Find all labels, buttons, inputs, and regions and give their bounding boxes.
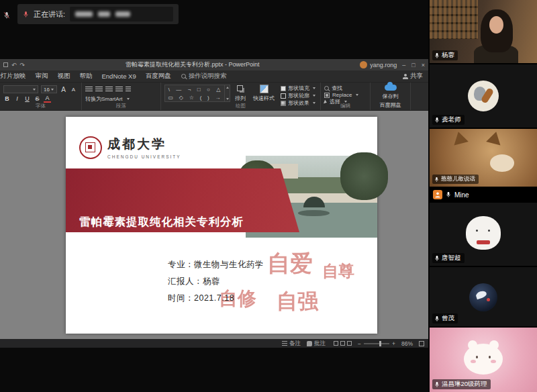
notes-button[interactable]: 备注 (282, 340, 301, 348)
quick-access-toolbar[interactable]: ↶↷ (3, 62, 25, 68)
arrange-button[interactable]: 排列 (232, 85, 248, 102)
slide-editor-canvas[interactable]: 成都大学 CHENGDU UNIVERSITY 雷帕霉素提取纯化相关专利分析 (0, 111, 428, 339)
shape-fill-button[interactable]: 形状填充 (281, 85, 315, 92)
ribbon: 16 A A B I U S A 字体 (0, 83, 428, 111)
info-presenter: 汇报人：杨蓉 (168, 273, 264, 290)
tab-endnote[interactable]: EndNote X9 (97, 72, 141, 80)
replace-button[interactable]: Replace (324, 92, 367, 98)
undo-icon[interactable]: ↶ (11, 62, 17, 68)
shrink-font-button[interactable]: A (70, 87, 77, 93)
tab-help[interactable]: 帮助 (75, 72, 97, 81)
participants-sidebar: 杨蓉 龚老师 憨憨儿敢说话 Mine (430, 0, 537, 392)
university-name-en: CHENGDU UNIVERSITY (107, 154, 181, 159)
save-icon[interactable] (3, 62, 8, 67)
grow-font-button[interactable]: A (60, 86, 67, 93)
self-participant-row[interactable]: Mine (430, 188, 537, 201)
quick-styles-icon (260, 85, 268, 93)
participant-name-tag: 温昌琳20级药理 (432, 379, 491, 389)
participant-avatar (469, 283, 497, 311)
group-label-drawing: 绘图 (161, 103, 320, 109)
close-icon[interactable]: × (422, 62, 425, 68)
quick-styles-button[interactable]: 快速样式 (250, 85, 277, 102)
strikethrough-button[interactable]: S (34, 95, 41, 102)
participant-tile-avatar[interactable]: 龚老师 (430, 64, 537, 128)
smartart-button[interactable]: 转换为SmartArt (85, 95, 123, 103)
shapes-gallery[interactable]: \—¬□○△ ▭◇☆()→ (164, 85, 230, 102)
tab-slideshow[interactable]: 幻灯片放映 (0, 72, 31, 81)
speaking-mic-icon (23, 8, 29, 20)
muted-mic-icon (3, 9, 10, 21)
slide-sorter-icon (340, 341, 345, 346)
shape-outline-icon (281, 93, 286, 99)
underline-button[interactable]: U (23, 95, 31, 102)
zoom-percentage: 86% (401, 340, 413, 347)
self-avatar-icon (433, 190, 442, 199)
tab-view[interactable]: 视图 (53, 72, 75, 81)
ribbon-group-editing: 查找 Replace 选择 编辑 (321, 83, 371, 110)
account-avatar (360, 61, 367, 68)
participant-tile-video[interactable]: 杨蓉 (430, 0, 537, 63)
group-label-font: 字体 (0, 103, 81, 109)
screen-share-area: 正在讲话: ↶↷ 雷帕霉素提取纯化相关专利分析.pptx - PowerPoin… (0, 0, 428, 392)
participant-tile-avatar[interactable]: 唐智超 (430, 203, 537, 266)
ppt-status-bar: 备注 批注 − + 86% (0, 339, 428, 348)
justify-icon[interactable] (115, 87, 123, 93)
find-icon (324, 86, 329, 91)
fit-to-window-icon[interactable] (419, 341, 424, 346)
view-buttons[interactable] (332, 340, 352, 347)
font-name-select[interactable] (3, 85, 38, 93)
find-button[interactable]: 查找 (324, 85, 367, 92)
university-name-cn: 成都大学 (107, 136, 181, 153)
italic-button[interactable]: I (13, 95, 21, 102)
group-label-editing: 编辑 (321, 103, 370, 109)
window-title: 雷帕霉素提取纯化相关专利分析.pptx - PowerPoint (30, 60, 354, 69)
font-size-select[interactable]: 16 (41, 85, 57, 93)
participant-name-tag: 曾茂 (432, 313, 458, 324)
minimize-icon[interactable]: – (402, 62, 405, 68)
slide-title: 雷帕霉素提取纯化相关专利分析 (79, 215, 244, 230)
self-mic-icon (446, 191, 451, 198)
watermark-text: 自尊 (322, 260, 354, 282)
participant-name-tag: 唐智超 (432, 253, 465, 263)
align-right-icon[interactable] (105, 87, 113, 93)
font-color-button[interactable]: A (44, 95, 51, 103)
comments-button[interactable]: 批注 (307, 340, 326, 348)
redo-icon[interactable]: ↷ (20, 62, 26, 68)
tab-baidu-pan[interactable]: 百度网盘 (141, 72, 176, 81)
ribbon-group-font: 16 A A B I U S A 字体 (0, 83, 82, 110)
share-button[interactable]: 共享 (403, 72, 423, 81)
line-spacing-icon[interactable] (126, 87, 131, 93)
zoom-thumb[interactable] (379, 341, 381, 346)
account-chip[interactable]: yang.rong (360, 61, 397, 68)
bold-button[interactable]: B (3, 95, 11, 102)
align-center-icon[interactable] (95, 87, 103, 93)
ribbon-tabs: 幻灯片放映 审阅 视图 帮助 EndNote X9 百度网盘 操作说明搜索 共享 (0, 70, 428, 83)
participant-tile-photo[interactable]: 憨憨儿敢说话 (430, 129, 537, 187)
participant-name-tag: 憨憨儿敢说话 (432, 175, 479, 184)
participant-name-tag: 龚老师 (432, 115, 465, 125)
tell-me-search[interactable]: 操作说明搜索 (181, 72, 227, 81)
window-controls: – □ × (402, 62, 425, 68)
group-label-save: 保存 (371, 103, 410, 109)
participant-tile-avatar[interactable]: 温昌琳20级药理 (430, 328, 537, 392)
participant-tile-avatar[interactable]: 曾茂 (430, 267, 537, 326)
university-seal-icon (79, 136, 102, 159)
ribbon-group-paragraph: 转换为SmartArt 段落 (82, 83, 161, 110)
participant-avatar (466, 216, 501, 250)
shapes-scrollbar[interactable] (224, 85, 230, 101)
comments-icon (307, 341, 312, 346)
zoom-in-icon[interactable]: + (392, 340, 395, 347)
baidu-cloud-icon (385, 85, 397, 91)
ribbon-group-drawing: \—¬□○△ ▭◇☆()→ 排列 快速样式 形状填充 形状轮廓 (161, 83, 321, 110)
arrange-icon (237, 85, 243, 91)
tab-review[interactable]: 审阅 (31, 72, 53, 81)
zoom-slider[interactable]: − + (358, 340, 395, 347)
zoom-out-icon[interactable]: − (358, 340, 361, 347)
slide[interactable]: 成都大学 CHENGDU UNIVERSITY 雷帕霉素提取纯化相关专利分析 (66, 117, 377, 334)
shape-outline-button[interactable]: 形状轮廓 (281, 92, 315, 99)
info-major: 专业：微生物与生化药学 (168, 256, 264, 273)
align-left-icon[interactable] (85, 87, 93, 93)
meeting-window: 正在讲话: ↶↷ 雷帕霉素提取纯化相关专利分析.pptx - PowerPoin… (0, 0, 537, 392)
restore-icon[interactable]: □ (411, 62, 415, 68)
ppt-title-bar: ↶↷ 雷帕霉素提取纯化相关专利分析.pptx - PowerPoint yang… (0, 59, 428, 70)
